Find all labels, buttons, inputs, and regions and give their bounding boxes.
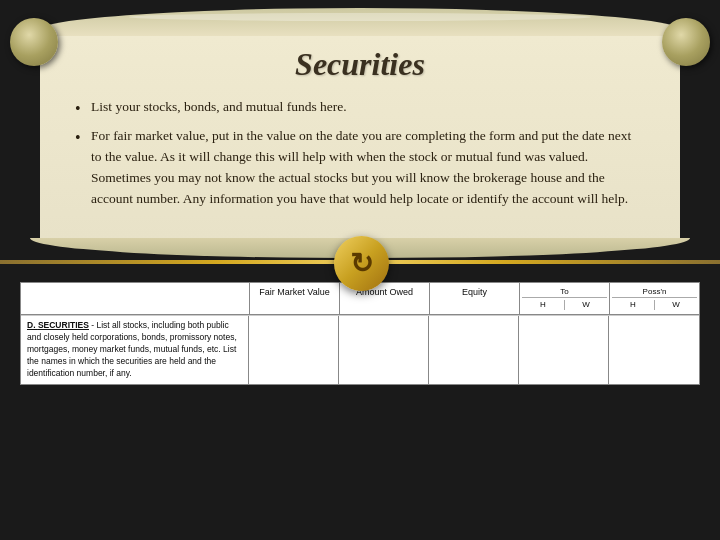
scroll-title: Securities (75, 46, 645, 83)
arrow-decoration (334, 236, 389, 291)
col-header-to-hw: To H W (519, 283, 609, 315)
bullet-1: List your stocks, bonds, and mutual fund… (75, 97, 645, 118)
scroll-banner: Securities List your stocks, bonds, and … (10, 8, 710, 258)
col-header-fair-market-value: Fair Market Value (249, 283, 339, 315)
scroll-right-cap (662, 18, 710, 66)
table-row: D. SECURITIES - List all stocks, includi… (21, 315, 699, 383)
scroll-body: Securities List your stocks, bonds, and … (40, 36, 680, 238)
fair-market-value-cell[interactable] (249, 316, 339, 383)
page: Securities List your stocks, bonds, and … (0, 0, 720, 540)
poss-hw-cell[interactable] (609, 316, 699, 383)
col-header-description (21, 283, 249, 315)
section-label: D. SECURITIES (27, 320, 89, 330)
col-header-poss-hw: Poss'n H W (609, 283, 699, 315)
securities-table: Fair Market Value Amount Owed Equity To … (20, 282, 700, 385)
col-header-equity: Equity (429, 283, 519, 315)
scroll-content: List your stocks, bonds, and mutual fund… (75, 97, 645, 210)
bullet-2: For fair market value, put in the value … (75, 126, 645, 210)
scroll-top-curl (30, 8, 690, 36)
to-hw-cell[interactable] (519, 316, 609, 383)
description-cell: D. SECURITIES - List all stocks, includi… (21, 316, 249, 383)
scroll-left-cap (10, 18, 58, 66)
amount-owed-cell[interactable] (339, 316, 429, 383)
equity-cell[interactable] (429, 316, 519, 383)
